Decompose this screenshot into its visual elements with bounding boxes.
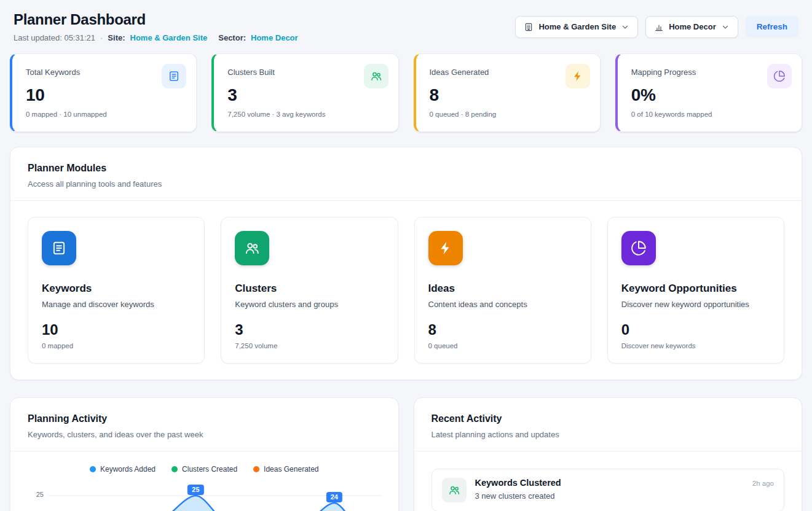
chart-legend: Keywords Added Clusters Created Ideas Ge… [28, 465, 381, 474]
pie-chart-icon [767, 64, 792, 88]
stats-row: Total Keywords 10 0 mapped · 10 unmapped… [10, 53, 802, 132]
module-description: Content ideas and concepts [428, 300, 577, 309]
recent-activity-title: Recent Activity [432, 413, 785, 424]
site-label: Site: [108, 33, 125, 42]
recent-activity-body: Keywords Clustered 2h ago 3 new clusters… [414, 451, 802, 511]
module-title: Ideas [428, 283, 577, 295]
planning-activity-panel: Planning Activity Keywords, clusters, an… [10, 397, 399, 511]
recent-activity-subtitle: Latest planning actions and updates [432, 430, 785, 439]
activity-item-keywords-clustered: Keywords Clustered 2h ago 3 new clusters… [432, 469, 785, 511]
module-detail: Discover new keywords [621, 342, 770, 349]
module-card-keywords[interactable]: Keywords Manage and discover keywords 10… [28, 217, 205, 364]
module-detail: 0 queued [428, 342, 577, 349]
module-value: 3 [235, 321, 384, 338]
activity-chart: 25 25 24 [28, 485, 381, 511]
planner-dashboard: Planner Dashboard Last updated: 05:31:21… [0, 0, 812, 511]
module-description: Keyword clusters and groups [235, 300, 384, 309]
stat-label: Total Keywords [26, 68, 80, 77]
sector-selector-label: Home Decor [669, 22, 716, 31]
stat-card-mapping-progress: Mapping Progress 0% 0 of 10 keywords map… [615, 53, 802, 132]
meta-separator: · [100, 33, 103, 42]
header-left: Planner Dashboard Last updated: 05:31:21… [14, 11, 298, 42]
module-detail: 7,250 volume [235, 342, 384, 349]
bottom-row: Planning Activity Keywords, clusters, an… [10, 397, 802, 511]
chevron-down-icon [721, 23, 730, 31]
modules-title: Planner Modules [28, 163, 784, 174]
pie-chart-icon [621, 231, 656, 265]
sector-selector-dropdown[interactable]: Home Decor [645, 16, 738, 38]
data-point-label: 24 [326, 492, 342, 502]
activity-content: Keywords Clustered 2h ago 3 new clusters… [475, 478, 775, 501]
legend-dot [171, 466, 178, 472]
module-description: Discover new keyword opportunities [621, 300, 770, 309]
legend-label: Clusters Created [182, 465, 237, 474]
last-updated-text: Last updated: 05:31:21 [14, 33, 95, 42]
stat-card-clusters-built: Clusters Built 3 7,250 volume · 3 avg ke… [211, 53, 398, 132]
header: Planner Dashboard Last updated: 05:31:21… [10, 11, 802, 42]
site-selector-dropdown[interactable]: Home & Garden Site [515, 16, 638, 38]
users-icon [364, 64, 388, 88]
document-icon [42, 231, 76, 265]
stat-detail: 0 queued · 8 pending [430, 111, 588, 118]
bar-chart-icon [654, 22, 664, 32]
planning-activity-header: Planning Activity Keywords, clusters, an… [10, 398, 398, 451]
stat-label: Clusters Built [227, 68, 275, 77]
legend-label: Ideas Generated [264, 465, 318, 474]
legend-dot [253, 466, 259, 472]
chart-plot-area: 25 24 [49, 485, 381, 511]
stat-label: Mapping Progress [631, 68, 696, 77]
module-detail: 0 mapped [42, 342, 191, 349]
stat-value: 10 [26, 85, 184, 105]
modules-header: Planner Modules Access all planning tool… [10, 147, 802, 201]
stat-detail: 0 mapped · 10 unmapped [26, 111, 184, 118]
lightning-icon [428, 231, 463, 265]
planning-activity-subtitle: Keywords, clusters, and ideas over the p… [28, 430, 381, 439]
users-icon [235, 231, 269, 265]
stat-value: 0% [631, 85, 789, 105]
building-icon [524, 22, 534, 32]
stat-label: Ideas Generated [430, 68, 489, 77]
module-card-clusters[interactable]: Clusters Keyword clusters and groups 3 7… [221, 217, 398, 364]
module-value: 10 [42, 321, 191, 338]
legend-dot [90, 466, 96, 472]
module-card-keyword-opportunities[interactable]: Keyword Opportunities Discover new keywo… [607, 217, 784, 364]
stat-detail: 7,250 volume · 3 avg keywords [227, 111, 385, 118]
recent-activity-header: Recent Activity Latest planning actions … [414, 398, 802, 451]
page-title: Planner Dashboard [14, 11, 298, 28]
chevron-down-icon [621, 23, 629, 31]
stat-value: 3 [227, 85, 385, 105]
stat-value: 8 [430, 85, 588, 105]
stat-detail: 0 of 10 keywords mapped [631, 111, 789, 118]
module-title: Keywords [42, 283, 191, 295]
document-icon [162, 64, 186, 88]
stat-card-ideas-generated: Ideas Generated 8 0 queued · 8 pending [414, 53, 601, 132]
module-title: Clusters [235, 283, 384, 295]
modules-grid: Keywords Manage and discover keywords 10… [10, 201, 802, 380]
y-axis-tick: 25 [36, 491, 44, 498]
refresh-button[interactable]: Refresh [746, 16, 798, 37]
activity-description: 3 new clusters created [475, 491, 775, 501]
planning-activity-title: Planning Activity [28, 413, 381, 424]
data-point-label: 25 [187, 485, 203, 495]
header-controls: Home & Garden Site Home Decor Refresh [515, 16, 798, 38]
lightning-icon [566, 64, 590, 88]
site-link[interactable]: Home & Garden Site [130, 33, 208, 42]
module-description: Manage and discover keywords [42, 300, 191, 309]
module-card-ideas[interactable]: Ideas Content ideas and concepts 8 0 que… [414, 217, 591, 364]
planner-modules-section: Planner Modules Access all planning tool… [10, 147, 802, 380]
site-selector-label: Home & Garden Site [538, 22, 616, 31]
module-title: Keyword Opportunities [621, 283, 770, 295]
meta-line: Last updated: 05:31:21 · Site: Home & Ga… [14, 33, 298, 42]
module-value: 0 [621, 321, 770, 338]
sector-link[interactable]: Home Decor [251, 33, 298, 42]
legend-item-clusters-created: Clusters Created [171, 465, 237, 474]
legend-item-keywords-added: Keywords Added [90, 465, 156, 474]
legend-label: Keywords Added [100, 465, 156, 474]
recent-activity-panel: Recent Activity Latest planning actions … [414, 397, 803, 511]
chart-y-axis: 25 [28, 485, 49, 511]
users-icon [442, 478, 467, 502]
legend-item-ideas-generated: Ideas Generated [253, 465, 318, 474]
stat-card-total-keywords: Total Keywords 10 0 mapped · 10 unmapped [10, 53, 197, 132]
modules-subtitle: Access all planning tools and features [28, 179, 784, 189]
activity-timestamp: 2h ago [752, 480, 774, 487]
